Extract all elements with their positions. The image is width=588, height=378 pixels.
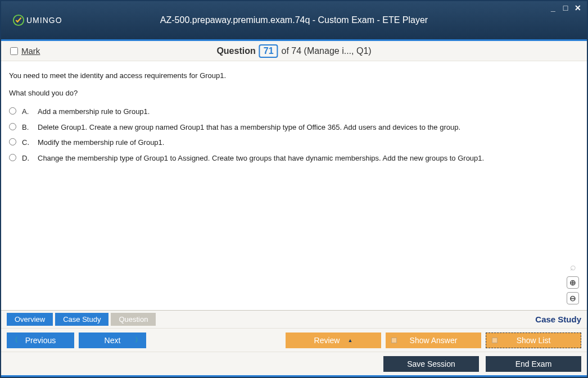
option-letter: A. [22,106,32,117]
end-exam-button[interactable]: End Exam [486,356,581,372]
window-controls: _ □ ✕ [549,3,582,12]
question-text-1: You need to meet the identity and access… [9,71,579,80]
current-question-number: 71 [259,44,278,58]
mark-toggle: Mark [10,46,40,56]
question-content: You need to meet the identity and access… [1,61,587,310]
question-word: Question [216,46,255,56]
button-label: Show List [517,336,551,345]
close-icon[interactable]: ✕ [573,3,582,12]
button-label: Previous [25,336,56,345]
brand-logo: UMINGO [12,14,62,26]
show-list-button[interactable]: Show List [486,333,581,348]
option-letter: B. [22,122,32,133]
button-label: Next [105,336,121,345]
option-d: D. Change the membership type of Group1 … [9,153,579,164]
zoom-reset-icon[interactable]: ⌕ [567,261,579,273]
button-label: Show Answer [410,336,458,345]
option-a: A. Add a membership rule to Group1. [9,106,579,117]
next-button[interactable]: Next 〉 [79,333,146,348]
option-text: Change the membership type of Group1 to … [38,153,484,164]
option-text: Delete Group1. Create a new group named … [38,122,460,133]
tab-case-study[interactable]: Case Study [55,313,108,326]
tab-question[interactable]: Question [111,313,156,326]
window-title: AZ-500.prepaway.premium.exam.74q - Custo… [160,15,428,25]
app-window: UMINGO AZ-500.prepaway.premium.exam.74q … [0,0,588,378]
zoom-controls: ⌕ ⊕ ⊖ [567,261,579,304]
save-session-button[interactable]: Save Session [383,356,479,372]
question-counter: Question 71 of 74 (Manage i..., Q1) [216,44,371,58]
show-answer-button[interactable]: Show Answer [386,333,481,348]
option-text: Add a membership rule to Group1. [38,106,150,117]
session-bar: Save Session End Exam [1,352,587,375]
case-study-label: Case Study [535,315,581,324]
answer-options: A. Add a membership rule to Group1. B. D… [9,106,579,163]
zoom-out-button[interactable]: ⊖ [567,292,579,304]
chevron-left-icon: 〈 [11,335,18,345]
divider [1,375,587,377]
option-b: B. Delete Group1. Create a new group nam… [9,122,579,133]
titlebar: UMINGO AZ-500.prepaway.premium.exam.74q … [1,1,587,39]
minimize-icon[interactable]: _ [549,3,558,12]
option-d-radio[interactable] [9,154,16,161]
previous-button[interactable]: 〈 Previous [7,333,74,348]
question-text-2: What should you do? [9,89,579,97]
chevron-up-icon: ▲ [347,338,352,343]
option-c-radio[interactable] [9,138,16,145]
option-c: C. Modify the membership rule of Group1. [9,137,579,148]
checkmark-icon [12,14,25,26]
view-tabs: Overview Case Study Question Case Study [1,310,587,328]
option-b-radio[interactable] [9,123,16,130]
review-button[interactable]: Review ▲ [286,333,381,348]
option-letter: C. [22,137,32,148]
question-total: of 74 (Manage i..., Q1) [282,46,372,56]
button-label: Review [314,336,340,345]
option-letter: D. [22,153,32,164]
tab-overview[interactable]: Overview [7,313,53,326]
brand-text: UMINGO [26,16,62,25]
square-icon [391,338,397,343]
mark-checkbox[interactable] [10,47,18,55]
chevron-right-icon: 〉 [135,335,142,345]
square-icon [492,338,497,343]
maximize-icon[interactable]: □ [561,3,570,12]
navigation-bar: 〈 Previous Next 〉 Review ▲ Show Answer S… [1,328,587,352]
mark-label[interactable]: Mark [21,46,40,56]
question-header: Mark Question 71 of 74 (Manage i..., Q1) [1,41,587,61]
option-a-radio[interactable] [9,107,16,115]
option-text: Modify the membership rule of Group1. [38,137,164,148]
zoom-in-button[interactable]: ⊕ [567,276,579,289]
